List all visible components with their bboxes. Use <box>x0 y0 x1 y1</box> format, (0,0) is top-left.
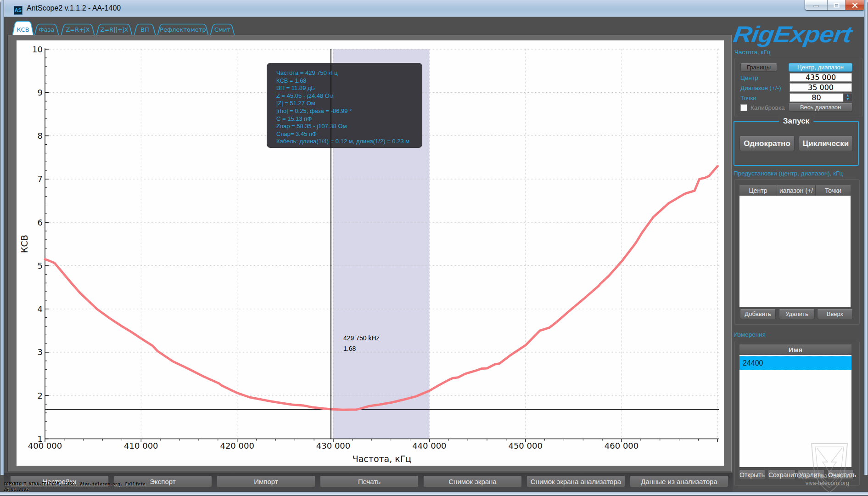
y-tick-label: 7 <box>38 174 43 184</box>
presets-list[interactable] <box>739 196 851 307</box>
meas-open-button[interactable]: Открыть <box>739 470 765 480</box>
center-label: Центр <box>740 74 758 81</box>
tooltip-line-3: Z = 45.05 - j24.48 Ом <box>276 92 422 100</box>
measurements-header: Имя <box>739 344 851 355</box>
full-range-button[interactable]: Весь диапазон <box>789 103 852 112</box>
toolbar-печать[interactable]: Печать <box>320 476 419 487</box>
toolbar-снимок-экрана-анализатора[interactable]: Снимок экрана анализатора <box>526 476 625 487</box>
run-title: Запуск <box>779 117 813 126</box>
title-bar[interactable]: AS AntScope2 v.1.1.2 - AA-1400 <box>0 0 868 17</box>
y-tick-label: 4 <box>38 304 43 314</box>
measurements-title: Измерения <box>734 331 766 338</box>
measurements-list[interactable]: 24400 <box>739 355 851 467</box>
copyright-watermark: COPYRIGHT VIVA-TELECOM, CJSC. Viva-telec… <box>4 481 146 492</box>
y-tick-label: 9 <box>38 88 43 97</box>
y-tick-label: 6 <box>38 218 43 227</box>
span-label: Диапазон (+/-) <box>740 85 781 91</box>
meas-save-button[interactable]: Сохранить <box>768 470 795 480</box>
preset-delete-button[interactable]: Удалить <box>779 309 815 319</box>
toolbar-данные-из-анализатора[interactable]: Данные из анализатора <box>630 476 728 487</box>
tooltip-line-4: |Z| = 51.27 Ом <box>276 100 422 107</box>
measurement-row-selected[interactable]: 24400 <box>739 356 851 370</box>
preset-add-button[interactable]: Добавить <box>740 309 776 319</box>
presets-col-span[interactable]: иапазон (+/ <box>777 185 816 196</box>
x-tick-label: 420 000 <box>220 441 254 451</box>
tooltip-line-2: ВП = 11.89 дБ <box>276 85 422 92</box>
tab-label-Фаза[interactable]: Фаза <box>39 26 54 33</box>
meas-delete-button[interactable]: Удалить <box>798 470 825 480</box>
window-title: AntScope2 v.1.1.2 - AA-1400 <box>27 4 121 12</box>
center-span-button[interactable]: Центр, диапазон <box>789 63 852 72</box>
calibration-label: Калибровка <box>750 104 784 111</box>
tab-label-Рефлектометр[interactable]: Рефлектометр <box>160 26 206 33</box>
window-border-left <box>0 0 4 475</box>
y-tick-label: 2 <box>38 391 43 400</box>
run-single-button[interactable]: Однократно <box>739 136 795 151</box>
cursor-label: 429 750 kHz 1.68 <box>343 333 380 354</box>
x-tick-label: 440 000 <box>412 441 446 451</box>
cursor-tooltip: Частота = 429 750 кГцКСВ = 1.68ВП = 11.8… <box>267 63 422 148</box>
presets-col-center[interactable]: Центр <box>739 185 777 196</box>
app-icon: AS <box>14 6 22 15</box>
meas-clear-button[interactable]: Очистить <box>828 470 854 480</box>
points-spinner[interactable]: ▲▼ <box>843 93 852 102</box>
close-button[interactable] <box>846 0 864 10</box>
x-tick-label: 400 000 <box>28 441 62 451</box>
maximize-button[interactable] <box>828 0 846 10</box>
presets-title: Предустановки (центр, диапазон), кГц <box>734 170 843 177</box>
presets-header: Центр иапазон (+/ Точки <box>739 185 851 196</box>
tooltip-line-0: Частота = 429 750 кГц <box>276 69 422 77</box>
presets-col-points[interactable]: Точки <box>816 185 851 196</box>
cursor-line[interactable] <box>330 49 331 439</box>
y-axis-title: КСВ <box>19 235 29 253</box>
y-tick-label: 3 <box>38 347 43 357</box>
run-cyclic-button[interactable]: Циклически <box>799 136 853 151</box>
span-field[interactable]: 35 000 <box>790 83 852 92</box>
tab-bar: КСВФазаZ=R+jXZ=R||+jXВПРефлектометрСмит <box>8 21 242 36</box>
measurements-col-name[interactable]: Имя <box>739 344 851 355</box>
tooltip-line-8: Спар= 3.45 пФ <box>276 130 422 138</box>
tooltip-line-6: C = 15.13 пФ <box>276 115 422 123</box>
app-window: AS AntScope2 v.1.1.2 - AA-1400 КСВФазаZ=… <box>0 0 868 496</box>
tab-label-КСВ[interactable]: КСВ <box>17 26 29 33</box>
minimize-button[interactable] <box>805 0 828 10</box>
y-tick-label: 5 <box>38 261 43 271</box>
tooltip-line-7: Zпар = 58.35 - j107.38 Ом <box>276 123 422 130</box>
chart-canvas[interactable]: 12345678910400 000410 000420 000430 0004… <box>17 40 724 466</box>
x-axis-title: Частота, кГц <box>353 454 412 464</box>
toolbar-импорт[interactable]: Импорт <box>217 476 315 487</box>
toolbar-снимок-экрана[interactable]: Снимок экрана <box>423 476 522 487</box>
points-label: Точки <box>740 95 756 101</box>
x-tick-label: 450 000 <box>508 441 542 451</box>
x-tick-label: 430 000 <box>316 441 350 451</box>
points-field[interactable]: 80 <box>790 93 843 102</box>
window-controls <box>805 0 865 11</box>
tooltip-line-1: КСВ = 1.68 <box>276 77 422 85</box>
tooltip-line-5: |rho| = 0.25, фаза = -86.99 ° <box>276 107 422 115</box>
chart-frame: 12345678910400 000410 000420 000430 0004… <box>7 35 732 472</box>
tab-label-ВП[interactable]: ВП <box>140 26 149 33</box>
x-tick-label: 410 000 <box>124 441 158 451</box>
y-tick-label: 10 <box>32 45 43 54</box>
tab-label-Z=R+jX[interactable]: Z=R+jX <box>66 26 90 33</box>
bounds-button[interactable]: Границы <box>740 63 777 72</box>
tab-label-Смит[interactable]: Смит <box>214 26 230 33</box>
calibration-checkbox[interactable] <box>740 104 747 111</box>
center-field[interactable]: 435 000 <box>790 73 852 82</box>
tab-label-Z=R||+jX[interactable]: Z=R||+jX <box>100 26 128 33</box>
window-border-bottom <box>0 492 868 496</box>
preset-up-button[interactable]: Вверх <box>817 309 853 319</box>
x-tick-label: 460 000 <box>605 441 638 451</box>
window-border-right <box>864 0 868 475</box>
tooltip-line-9: Кабель: длина(1/4) = 0.12 м, длина(1/2) … <box>276 138 422 146</box>
y-tick-label: 8 <box>38 131 43 141</box>
rigexpert-logo: RigExpert <box>732 21 868 48</box>
freq-panel-title: Частота, кГц <box>734 49 771 56</box>
